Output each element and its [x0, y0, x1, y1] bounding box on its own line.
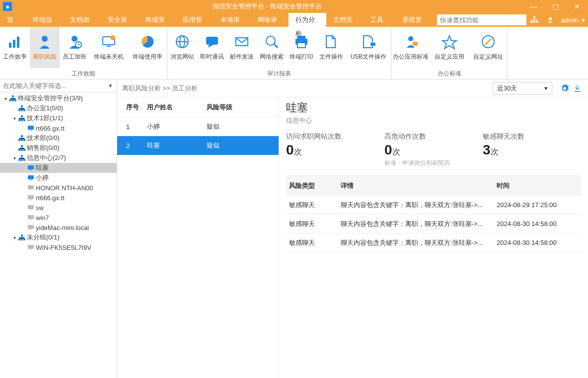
- ribbon-邮件发送[interactable]: 邮件发送: [227, 27, 257, 68]
- ribbon-终端未关机[interactable]: 终端未关机: [89, 27, 128, 68]
- detail-name: 哇塞: [286, 100, 581, 115]
- tree-twisty-icon[interactable]: [11, 145, 18, 151]
- ribbon-终端使用率[interactable]: 终端使用率: [128, 27, 167, 68]
- tree-node-1[interactable]: 办公室1(0/0): [0, 103, 117, 113]
- ribbon-浏览网站[interactable]: 浏览网站: [167, 27, 197, 68]
- current-user[interactable]: admin: [561, 16, 579, 24]
- tree-node-7[interactable]: 哇塞: [0, 163, 117, 173]
- menu-item-5[interactable]: 应用管理: [176, 13, 214, 27]
- minimize-button[interactable]: —: [522, 0, 544, 13]
- ribbon-终端打印[interactable]: 终端打印: [287, 27, 316, 68]
- menu-item-2[interactable]: 文档加密: [63, 13, 101, 27]
- ribbon-label: 终端未关机: [94, 53, 124, 61]
- risk-table-header: 风险类型 详情 时间: [286, 176, 581, 196]
- search-input[interactable]: [437, 14, 526, 25]
- ribbon-USB文件操作[interactable]: USB文件操作: [346, 27, 391, 68]
- ribbon-group-label: 工作效能: [0, 68, 167, 79]
- tree-twisty-icon[interactable]: [20, 125, 27, 132]
- close-button[interactable]: ✕: [566, 0, 588, 13]
- tree-twisty-icon[interactable]: [20, 224, 27, 231]
- tree-filter-dropdown-icon[interactable]: ▾: [104, 82, 117, 89]
- menu-item-4[interactable]: 终端安全: [139, 13, 176, 27]
- menu-item-0[interactable]: 首页: [0, 13, 26, 27]
- svg-rect-62: [30, 210, 32, 210]
- svg-rect-49: [21, 155, 23, 157]
- ribbon-icon: [101, 34, 117, 50]
- tree-twisty-icon[interactable]: ▾: [2, 95, 9, 102]
- risk-row[interactable]: 敏感聊天聊天内容包含关键字：离职，聊天双方:张哇塞->...2024-08-30…: [286, 215, 581, 233]
- ribbon-自定义应用[interactable]: 自定义应用: [430, 27, 469, 68]
- chevron-down-icon: ▾: [544, 84, 548, 92]
- tree-twisty-icon[interactable]: ▾: [11, 234, 18, 241]
- menu-item-7[interactable]: 网络审计: [251, 13, 289, 27]
- tree-node-10[interactable]: rt666.gx.tt: [0, 193, 117, 203]
- svg-rect-42: [18, 139, 20, 141]
- svg-rect-56: [30, 180, 32, 180]
- menu-item-6[interactable]: 本地审计: [214, 13, 251, 27]
- tree-twisty-icon[interactable]: [20, 244, 27, 251]
- maximize-button[interactable]: ▢: [544, 0, 566, 13]
- stat-1: 高危动作次数0次标准：申请岗位和刷简历: [384, 132, 483, 167]
- tree-node-13[interactable]: yideMac-mini.local: [0, 223, 117, 232]
- tree-node-15[interactable]: WIN-FK5SE5L7I9V: [0, 242, 117, 252]
- period-select[interactable]: 近30天 ▾: [493, 82, 552, 95]
- ribbon-网络搜索[interactable]: 网络搜索: [257, 27, 287, 68]
- menu-item-10[interactable]: 工具箱: [364, 13, 395, 27]
- tree-node-4[interactable]: 技术部(0/0): [0, 133, 117, 143]
- tree-node-12[interactable]: win7: [0, 213, 117, 223]
- cell-name: 小婷: [147, 122, 207, 131]
- tree-node-14[interactable]: ▾未分组(0/1): [0, 232, 117, 242]
- svg-rect-47: [21, 149, 23, 151]
- cell-time: 2024-08-30 14:58:00: [497, 220, 581, 227]
- ribbon-自定义网址[interactable]: 自定义网址: [469, 27, 508, 68]
- tree-node-6[interactable]: ▾信息中心(2/7): [0, 153, 117, 163]
- svg-rect-25: [413, 42, 418, 46]
- tree-node-9[interactable]: HONOR NTH-AN00: [0, 183, 117, 193]
- risk-row[interactable]: 敏感聊天聊天内容包含关键字：离职，聊天双方:张哇塞->...2024-08-29…: [286, 196, 581, 215]
- ribbon-icon: [480, 34, 496, 50]
- svg-rect-59: [28, 195, 34, 199]
- ribbon-文件操作[interactable]: 文件操作: [316, 27, 346, 68]
- tree-filter-input[interactable]: [0, 80, 104, 92]
- tree-node-11[interactable]: sw: [0, 203, 117, 213]
- tree-twisty-icon[interactable]: [11, 105, 18, 112]
- menu-item-1[interactable]: 终端信息: [26, 13, 64, 27]
- svg-rect-67: [21, 234, 23, 236]
- tree-twisty-icon[interactable]: [20, 204, 27, 211]
- menu-item-3[interactable]: 安全策略: [101, 13, 139, 27]
- ribbon-label: 自定义应用: [435, 53, 464, 61]
- tree-node-0[interactable]: ▾终端安全管控平台(3/9): [0, 93, 117, 103]
- tree-twisty-icon[interactable]: [20, 184, 27, 191]
- menu-item-11[interactable]: 系统管理: [395, 13, 433, 27]
- download-icon[interactable]: [572, 83, 583, 94]
- tree-twisty-icon[interactable]: ▾: [11, 115, 18, 122]
- ribbon-即时通讯[interactable]: 即时通讯: [197, 27, 227, 68]
- settings-icon[interactable]: [559, 83, 570, 94]
- tree-twisty-icon[interactable]: [11, 135, 18, 142]
- tree-twisty-icon[interactable]: [20, 164, 27, 171]
- tree-node-5[interactable]: 销售部(0/0): [0, 143, 117, 153]
- stat-title: 敏感聊天次数: [483, 132, 581, 141]
- org-tree-icon[interactable]: [526, 14, 542, 25]
- risk-row[interactable]: 敏感聊天聊天内容包含关键字：离职，聊天双方:张哇塞->...2024-08-30…: [286, 233, 581, 252]
- ribbon-离职风险[interactable]: 离职风险: [30, 27, 60, 68]
- tree-twisty-icon[interactable]: [20, 194, 27, 201]
- ribbon-工作效率[interactable]: 工作效率: [0, 27, 30, 68]
- tree-node-8[interactable]: 小婷: [0, 173, 117, 183]
- menu-item-9[interactable]: 文档安全: [326, 13, 364, 27]
- svg-point-18: [266, 36, 275, 45]
- tree-node-3[interactable]: rt666.gx.tt: [0, 123, 117, 133]
- ribbon-办公应用标准[interactable]: 办公应用标准: [391, 27, 430, 68]
- cell-level: 疑似: [207, 122, 279, 131]
- ribbon-员工加班[interactable]: 员工加班: [60, 27, 89, 68]
- user-icon[interactable]: [542, 14, 558, 25]
- menu-item-8[interactable]: 行为分析: [289, 13, 326, 27]
- tree-twisty-icon[interactable]: ▾: [11, 154, 18, 161]
- tree-twisty-icon[interactable]: [20, 214, 27, 221]
- list-row[interactable]: 1小婷疑似: [117, 117, 279, 136]
- user-dropdown-icon[interactable]: ▾: [582, 16, 585, 24]
- tree-node-2[interactable]: ▾技术1部(1/1): [0, 113, 117, 123]
- svg-rect-43: [21, 139, 23, 141]
- list-row[interactable]: 2哇塞疑似: [117, 136, 279, 155]
- tree-twisty-icon[interactable]: [20, 174, 27, 181]
